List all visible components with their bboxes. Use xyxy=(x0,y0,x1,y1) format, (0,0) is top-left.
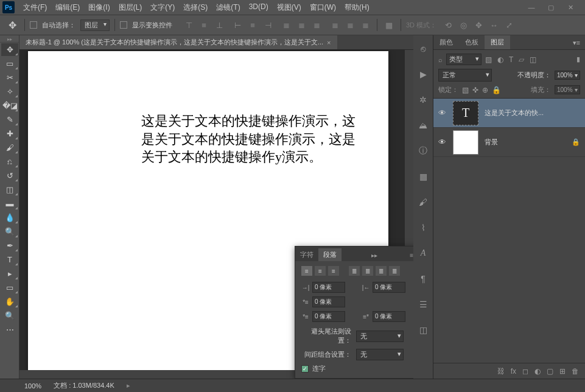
menu-layer[interactable]: 图层(L) xyxy=(115,1,146,14)
blend-mode-select[interactable]: 正常 xyxy=(438,69,492,82)
histogram-panel-icon[interactable]: ⛰ xyxy=(416,118,430,133)
justify-right-btn[interactable]: ≣ xyxy=(376,266,387,276)
close-tab-icon[interactable]: × xyxy=(327,39,331,46)
properties-panel-icon[interactable]: ▦ xyxy=(416,169,430,184)
close-button[interactable]: ✕ xyxy=(563,2,578,13)
brush-presets-icon[interactable]: ⌇ xyxy=(416,220,430,235)
layer-filter-type[interactable]: 类型 xyxy=(446,54,482,65)
menu-window[interactable]: 窗口(W) xyxy=(306,1,340,14)
character-panel-icon[interactable]: A xyxy=(416,246,430,261)
align-left-icon[interactable]: ⊢ xyxy=(231,18,244,32)
paragraph-panel-icon[interactable]: ¶ xyxy=(416,271,430,286)
menu-select[interactable]: 选择(S) xyxy=(180,1,211,14)
distribute-vcenter-icon[interactable]: ≣ xyxy=(295,18,308,32)
3d-slide-icon[interactable]: ↔ xyxy=(487,18,500,32)
marquee-tool[interactable]: ▭ xyxy=(1,57,18,70)
space-after-input[interactable]: 0 像素 xyxy=(373,311,405,322)
filter-smart-icon[interactable]: ◫ xyxy=(530,55,536,64)
doc-size[interactable]: 文档 : 1.03M/834.4K xyxy=(54,381,114,390)
menu-3d[interactable]: 3D(D) xyxy=(245,1,272,14)
eraser-tool[interactable]: ◫ xyxy=(1,183,18,196)
layer-mask-icon[interactable]: ◻ xyxy=(522,367,528,376)
layer-name[interactable]: 背景 xyxy=(485,138,566,147)
align-right-icon[interactable]: ⊣ xyxy=(261,18,275,32)
edit-toolbar[interactable]: ⋯ xyxy=(1,323,18,336)
swatches-tab[interactable]: 色板 xyxy=(459,35,485,49)
toolbox-expand[interactable]: ▸▸ xyxy=(0,37,19,43)
show-transform-checkbox[interactable] xyxy=(120,21,127,29)
menu-filter[interactable]: 滤镜(T) xyxy=(212,1,243,14)
lock-artboard-icon[interactable]: ⊕ xyxy=(482,86,488,94)
pen-tool[interactable]: ✒ xyxy=(1,239,18,252)
lock-position-icon[interactable]: ✜ xyxy=(472,86,478,94)
distribute-top-icon[interactable]: ≣ xyxy=(279,18,293,32)
fill-input[interactable]: 100%▾ xyxy=(555,85,580,94)
align-center-btn[interactable]: ≡ xyxy=(315,266,326,276)
document-tab[interactable]: 未标题-1 @ 100% (这是关于文本的快捷键操作演示，这是关于文本的快捷键操… xyxy=(19,35,337,49)
justify-left-btn[interactable]: ≣ xyxy=(349,266,360,276)
navigator-panel-icon[interactable]: ✲ xyxy=(416,93,430,107)
layer-thumbnail-bg[interactable] xyxy=(453,130,478,155)
distribute-bottom-icon[interactable]: ≣ xyxy=(310,18,323,32)
space-before-input[interactable]: 0 像素 xyxy=(312,311,345,322)
move-tool[interactable]: ✥ xyxy=(1,43,18,56)
hyphen-select[interactable]: 无 xyxy=(356,331,404,342)
distribute-hcenter-icon[interactable]: ≣ xyxy=(343,18,357,32)
layers-tab[interactable]: 图层 xyxy=(485,35,510,49)
dodge-tool[interactable]: 🔍 xyxy=(1,225,18,238)
filter-type-icon[interactable]: T xyxy=(509,55,513,64)
menu-edit[interactable]: 编辑(E) xyxy=(52,1,83,14)
justify-select[interactable]: 无 xyxy=(356,349,404,360)
lock-all-icon[interactable]: 🔒 xyxy=(492,86,501,94)
minimize-button[interactable]: — xyxy=(524,2,539,13)
character-tab[interactable]: 字符 xyxy=(295,248,318,261)
blur-tool[interactable]: 💧 xyxy=(1,211,18,224)
zoom-tool[interactable]: 🔍 xyxy=(1,309,18,322)
3d-scale-icon[interactable]: ⤢ xyxy=(502,18,516,32)
crop-tool[interactable]: �◪ xyxy=(1,99,18,112)
panel-menu-button[interactable]: ▾≡ xyxy=(568,37,585,49)
auto-align-icon[interactable]: ▦ xyxy=(382,18,396,32)
opacity-input[interactable]: 100%▾ xyxy=(555,71,580,80)
delete-layer-icon[interactable]: 🗑 xyxy=(572,367,579,376)
first-line-input[interactable]: 0 像素 xyxy=(312,296,345,307)
panel-menu-icon[interactable]: ≡ xyxy=(407,250,413,261)
history-panel-icon[interactable]: ⎋ xyxy=(416,41,430,56)
new-layer-icon[interactable]: ⊞ xyxy=(559,367,566,376)
lock-pixels-icon[interactable]: ▧ xyxy=(462,86,469,94)
shape-tool[interactable]: ▭ xyxy=(1,281,18,294)
color-tab[interactable]: 颜色 xyxy=(433,35,459,49)
menu-file[interactable]: 文件(F) xyxy=(19,1,51,14)
justify-all-btn[interactable]: ≣ xyxy=(389,266,400,276)
magic-wand-tool[interactable]: ✧ xyxy=(1,85,18,98)
layer-visibility-icon[interactable]: 👁 xyxy=(438,138,447,147)
stamp-tool[interactable]: ⎌ xyxy=(1,155,18,168)
type-tool[interactable]: T xyxy=(1,253,18,266)
3d-orbit-icon[interactable]: ⟲ xyxy=(441,18,455,32)
align-top-icon[interactable]: ⊤ xyxy=(182,18,195,32)
indent-left-input[interactable]: 0 像素 xyxy=(312,282,345,293)
gradient-tool[interactable]: ▬ xyxy=(1,197,18,210)
align-vcenter-icon[interactable]: ≡ xyxy=(197,18,211,32)
menu-help[interactable]: 帮助(H) xyxy=(341,1,373,14)
menu-image[interactable]: 图像(I) xyxy=(85,1,113,14)
zoom-level[interactable]: 100% xyxy=(24,382,41,390)
menu-type[interactable]: 文字(Y) xyxy=(147,1,178,14)
hand-tool[interactable]: ✋ xyxy=(1,295,18,308)
brush-panel-icon[interactable]: 🖌 xyxy=(416,195,430,209)
3d-pan-icon[interactable]: ✥ xyxy=(472,18,485,32)
eyedropper-tool[interactable]: ✎ xyxy=(1,113,18,126)
healing-tool[interactable]: ✚ xyxy=(1,127,18,140)
info-panel-icon[interactable]: ⓘ xyxy=(416,144,430,158)
ligature-checkbox[interactable]: ✓ xyxy=(301,365,309,373)
filter-adjust-icon[interactable]: ◐ xyxy=(497,55,503,64)
menu-view[interactable]: 视图(V) xyxy=(273,1,305,14)
distribute-left-icon[interactable]: ≣ xyxy=(328,18,342,32)
brush-tool[interactable]: 🖌 xyxy=(1,141,18,154)
layer-name[interactable]: 这是关于文本的快... xyxy=(485,108,580,117)
adjustment-layer-icon[interactable]: ◐ xyxy=(534,367,541,376)
layer-thumbnail-text[interactable]: T xyxy=(453,101,478,125)
align-bottom-icon[interactable]: ⊥ xyxy=(212,18,226,32)
auto-select-checkbox[interactable] xyxy=(30,21,37,29)
align-hcenter-icon[interactable]: ≡ xyxy=(246,18,259,32)
